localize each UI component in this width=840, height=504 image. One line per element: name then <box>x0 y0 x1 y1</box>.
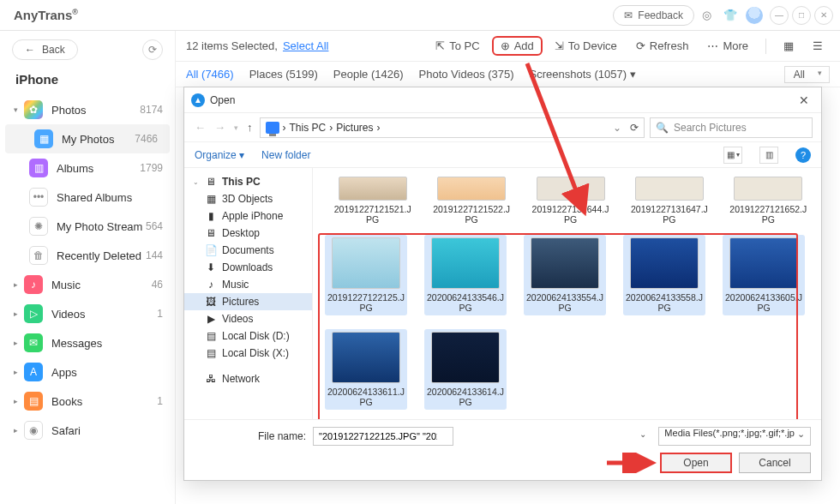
sidebar-item-photo-stream[interactable]: ✺My Photo Stream564 <box>0 212 175 241</box>
tree-item[interactable]: ⌄🖥This PC <box>184 173 312 190</box>
sidebar-item-count: 144 <box>146 249 163 261</box>
sidebar-item-messages[interactable]: ▸✉Messages <box>0 328 175 357</box>
user-avatar[interactable] <box>742 3 766 27</box>
file-thumbnail[interactable]: 20191227131644.JPG <box>530 177 611 225</box>
file-name: 20191227121652.JPG <box>728 204 809 225</box>
file-thumbnail[interactable]: 20200624133605.JPG <box>723 235 805 315</box>
tree-item[interactable]: ▦3D Objects <box>184 190 312 207</box>
nav-recent-dropdown[interactable]: ▾ <box>232 123 240 132</box>
add-button[interactable]: ⊕Add <box>492 36 543 56</box>
sidebar-item-shared-albums[interactable]: •••Shared Albums <box>0 183 175 212</box>
window-close-button[interactable]: ✕ <box>814 6 833 25</box>
file-thumbnail[interactable]: 20200624133611.JPG <box>325 329 407 410</box>
path-refresh-icon[interactable]: ⟳ <box>630 122 639 134</box>
nav-up-button[interactable]: ↑ <box>245 121 255 134</box>
file-type-filter[interactable]: Media Files(*.png;*.jpg;*.gif;*.jp <box>658 427 811 446</box>
sidebar-item-label: Recently Deleted <box>57 249 146 262</box>
new-folder-button[interactable]: New folder <box>261 149 310 161</box>
sidebar-refresh-button[interactable]: ⟳ <box>142 39 163 60</box>
folder-icon: ▤ <box>205 347 217 359</box>
file-thumbnail[interactable]: 20191227121521.JPG <box>332 177 413 225</box>
tree-item[interactable]: ▮Apple iPhone <box>184 207 312 225</box>
tree-item[interactable]: 🖥Desktop <box>184 225 312 242</box>
sidebar-item-label: My Photo Stream <box>57 220 146 233</box>
annotation-arrow-open <box>605 453 657 473</box>
filter-dropdown[interactable]: All <box>784 66 830 83</box>
sidebar-item-music[interactable]: ▸♪Music46 <box>0 270 175 299</box>
nav-forward-button[interactable]: → <box>213 121 227 134</box>
books-icon: ▤ <box>24 392 43 411</box>
nav-back-button[interactable]: ← <box>193 121 207 134</box>
tree-item[interactable]: ▤Local Disk (X:) <box>184 345 312 362</box>
sidebar-item-my-photos[interactable]: ▦My Photos7466 <box>5 124 170 153</box>
file-thumbnail[interactable]: 20200624133558.JPG <box>623 235 705 315</box>
folder-icon: 📄 <box>205 244 217 256</box>
to-device-button[interactable]: ⇲To Device <box>548 37 624 55</box>
open-button[interactable]: Open <box>660 453 732 473</box>
file-thumbnail[interactable]: 20191227121652.JPG <box>728 177 809 225</box>
tree-item[interactable]: ♪Music <box>184 276 312 293</box>
file-thumbnail[interactable]: 20200624133546.JPG <box>424 235 507 315</box>
albums-icon: ▥ <box>29 159 48 177</box>
tab[interactable]: Places (5199) <box>249 68 318 81</box>
folder-icon: ▶ <box>205 313 217 325</box>
recently-deleted-icon: 🗑 <box>29 246 48 265</box>
file-thumbnail[interactable]: 20200624133614.JPG <box>424 329 507 410</box>
file-name: 20200624133554.JPG <box>526 292 603 313</box>
tree-item[interactable]: ▶Videos <box>184 310 312 327</box>
to-pc-icon: ⇱ <box>435 39 445 52</box>
folder-icon: ▦ <box>205 193 217 205</box>
list-view-button[interactable]: ☰ <box>806 37 830 55</box>
more-button[interactable]: ⋯More <box>700 37 755 55</box>
search-pictures-input[interactable]: 🔍 Search Pictures <box>650 117 813 138</box>
preview-pane-button[interactable]: ▥ <box>759 147 778 164</box>
file-grid[interactable]: 20191227121521.JPG20191227121522.JPG2019… <box>313 168 821 419</box>
window-maximize-button[interactable]: □ <box>792 6 811 25</box>
tab[interactable]: People (1426) <box>333 68 404 81</box>
tab[interactable]: All (7466) <box>186 68 234 81</box>
file-thumbnail[interactable]: 20191227122125.JPG <box>325 235 407 315</box>
sidebar-item-recently-deleted[interactable]: 🗑Recently Deleted144 <box>0 241 175 270</box>
folder-tree[interactable]: ⌄🖥This PC▦3D Objects▮Apple iPhone🖥Deskto… <box>184 168 313 419</box>
grid-icon: ▦ <box>783 39 794 52</box>
grid-view-button[interactable]: ▦ <box>777 37 801 55</box>
back-button[interactable]: ← Back <box>12 39 78 60</box>
category-tabs: All (7466)Places (5199)People (1426)Phot… <box>176 62 840 87</box>
dialog-close-button[interactable]: ✕ <box>794 93 814 107</box>
tree-item[interactable]: 🖼Pictures <box>184 293 312 310</box>
dots-icon: ⋯ <box>707 39 718 52</box>
sidebar-item-photos[interactable]: ▾✿Photos8174 <box>0 95 175 124</box>
tab[interactable]: Screenshots (1057) ▾ <box>530 68 636 81</box>
my-photos-icon: ▦ <box>34 129 53 148</box>
file-thumbnail[interactable]: 20191227131647.JPG <box>628 177 710 225</box>
tree-item[interactable]: ⬇Downloads <box>184 259 312 276</box>
chevron-icon: ▾ <box>14 105 24 114</box>
sidebar-item-apps[interactable]: ▸AApps <box>0 357 175 387</box>
to-pc-button[interactable]: ⇱To PC <box>429 37 486 55</box>
view-mode-button[interactable]: ▦▾ <box>723 147 742 164</box>
file-name-input[interactable] <box>313 427 453 446</box>
sync-icon[interactable]: ◎ <box>694 3 718 27</box>
messages-icon: ✉ <box>24 333 43 352</box>
path-breadcrumb[interactable]: ›This PC›Pictures› ⌄ ⟳ <box>260 117 645 138</box>
feedback-button[interactable]: ✉ Feedback <box>613 5 694 26</box>
tab[interactable]: Photo Videos (375) <box>419 68 514 81</box>
window-minimize-button[interactable]: — <box>770 6 789 25</box>
sidebar-item-safari[interactable]: ▸◉Safari <box>0 416 175 445</box>
chevron-down-icon[interactable]: ⌄ <box>613 122 621 134</box>
sidebar-item-books[interactable]: ▸▤Books1 <box>0 387 175 416</box>
refresh-button[interactable]: ⟳Refresh <box>629 37 696 55</box>
sidebar-item-label: Albums <box>57 162 140 175</box>
file-thumbnail[interactable]: 20191227121522.JPG <box>430 177 512 225</box>
sidebar-item-albums[interactable]: ▥Albums1799 <box>0 153 175 183</box>
shirt-icon[interactable]: 👕 <box>718 3 742 27</box>
organize-menu[interactable]: Organize ▾ <box>195 149 244 161</box>
tree-item[interactable]: ▤Local Disk (D:) <box>184 327 312 345</box>
tree-item[interactable]: 📄Documents <box>184 242 312 259</box>
file-thumbnail[interactable]: 20200624133554.JPG <box>524 235 606 315</box>
cancel-button[interactable]: Cancel <box>739 453 811 473</box>
select-all-link[interactable]: Select All <box>283 39 328 52</box>
help-icon[interactable]: ? <box>795 147 811 163</box>
tree-item[interactable]: 🖧Network <box>184 370 312 387</box>
sidebar-item-videos[interactable]: ▸▷Videos1 <box>0 299 175 328</box>
